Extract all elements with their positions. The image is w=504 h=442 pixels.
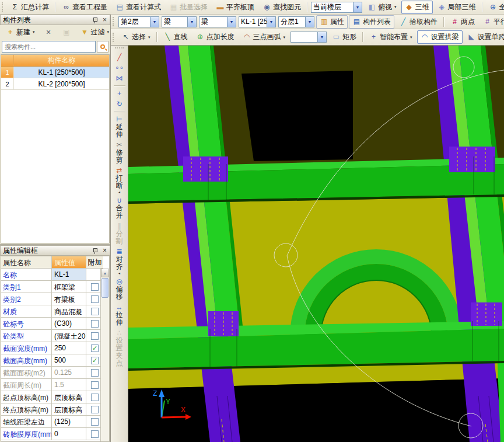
attach-checkbox[interactable] (91, 332, 99, 340)
property-value[interactable]: 框架梁 (52, 281, 86, 293)
category-select-dropdown-icon[interactable]: ▼ (187, 17, 196, 27)
viewport-3d[interactable]: Y Z X (128, 46, 504, 442)
property-value[interactable]: 有梁板 (52, 293, 86, 305)
component-list-button[interactable]: ▤构件列表 (349, 15, 394, 29)
attach-checkbox[interactable]: ✓ (91, 357, 99, 364)
extend-button[interactable]: ⊢延伸 (115, 115, 124, 138)
property-value[interactable]: 1.5 (52, 379, 86, 391)
rectangle-tool-button[interactable]: ▭矩形 (328, 30, 360, 44)
point-plus-length-button[interactable]: ⊕点加长度 (192, 30, 238, 44)
attach-checkbox[interactable] (91, 394, 99, 401)
property-value[interactable]: 层顶标高 (52, 403, 86, 415)
attach-checkbox[interactable] (91, 418, 99, 426)
component-row[interactable]: 1KL-1 [250*500] (1, 67, 109, 78)
offset-button[interactable]: ◎偏移 (115, 277, 124, 301)
property-value[interactable]: 250 (52, 342, 86, 354)
select-tool-button[interactable]: ↖选择▾ (118, 30, 154, 44)
find-element-button[interactable]: ◉查找图元 (259, 1, 304, 14)
move-button[interactable]: + (115, 89, 124, 98)
format-brush-button[interactable]: ╱ (115, 53, 124, 61)
search-input[interactable] (2, 41, 96, 53)
partial-3d-button[interactable]: ◈局部三维 (434, 1, 480, 14)
top-view-button[interactable]: ◧俯视▾ (364, 1, 400, 14)
two-point-button[interactable]: #两点 (447, 15, 478, 29)
rotate-button[interactable]: ↻ (115, 100, 124, 108)
attach-checkbox[interactable] (91, 381, 99, 389)
property-value[interactable]: 0 (52, 428, 86, 440)
type-select-dropdown-icon[interactable]: ▼ (227, 17, 236, 27)
arc-option-select-dropdown-icon[interactable]: ▼ (317, 32, 326, 42)
pin-icon[interactable] (92, 17, 99, 23)
property-name: 截面高度(mm) (1, 354, 52, 366)
attach-checkbox[interactable] (91, 369, 99, 377)
close-icon[interactable]: × (102, 17, 107, 23)
three-point-arc-button[interactable]: ◠三点画弧▾ (239, 30, 289, 44)
current-floor-select-dropdown-icon[interactable]: ▼ (353, 2, 362, 12)
layer-select[interactable]: 分层1▼ (278, 16, 314, 27)
break-button[interactable]: ⇄打断◂ (115, 166, 124, 194)
annotation-tool-button[interactable]: ∘∘ (115, 64, 124, 72)
attributes-button[interactable]: ▥属性 (316, 15, 348, 29)
arc-option-select[interactable]: ▼ (290, 32, 327, 43)
smart-layout-button[interactable]: +智能布置▾ (366, 30, 416, 44)
set-single-span-haunch-button[interactable]: ◣设置单跨加腋 (464, 30, 504, 44)
scrollbar-thumb[interactable] (102, 278, 108, 298)
toolbar-grip[interactable] (113, 33, 115, 42)
property-value[interactable]: KL-1 (52, 269, 86, 280)
property-value[interactable]: 商品混凝 (52, 305, 86, 317)
component-row-name[interactable]: KL-2 [200*500] (14, 78, 109, 89)
parallel-button[interactable]: #平行 (480, 15, 504, 29)
view-3d-button[interactable]: ◆三维 (401, 1, 433, 14)
component-select-dropdown-icon[interactable]: ▼ (267, 17, 275, 27)
property-value[interactable]: (混凝土20 (52, 330, 86, 342)
property-value[interactable]: (C30) (52, 318, 86, 329)
align-button[interactable]: ≣对齐◂ (115, 248, 124, 275)
mirror-button[interactable]: ⋈ (115, 74, 124, 82)
component-select-value: KL-1 [250> (239, 18, 267, 26)
view-formula-button[interactable]: ▤查看计算式 (112, 1, 164, 14)
floor-select[interactable]: 第2层▼ (118, 16, 159, 27)
category-select[interactable]: 梁▼ (162, 16, 197, 27)
align-label: 对齐 (116, 256, 124, 271)
property-value[interactable]: 500 (52, 354, 86, 366)
component-row[interactable]: 2KL-2 [200*500] (1, 78, 109, 90)
summary-calc-button[interactable]: Σ汇总计算 (7, 1, 52, 14)
layer-select-dropdown-icon[interactable]: ▼ (305, 17, 314, 27)
toolbar-grip[interactable] (115, 47, 124, 50)
attach-checkbox[interactable] (91, 320, 99, 328)
property-scrollbar[interactable]: ▲ (100, 269, 109, 441)
property-value[interactable]: 层顶标高 (52, 391, 86, 403)
view-quantity-button[interactable]: ∞查看工程量 (58, 1, 111, 14)
align-slab-top-button[interactable]: ▬平齐板顶 (212, 1, 258, 14)
new-component-button[interactable]: + 新建 ▾ (2, 26, 38, 39)
merge-button[interactable]: ∪合并 (115, 196, 124, 220)
attach-checkbox[interactable]: ✓ (91, 344, 99, 352)
delete-component-button[interactable]: × (41, 27, 57, 38)
trim-button[interactable]: ✂修剪 (115, 141, 124, 164)
attach-checkbox[interactable] (91, 283, 99, 291)
property-value[interactable]: 0.125 (52, 367, 86, 378)
filter-label: 过滤 (91, 27, 105, 37)
toolbar-grip[interactable] (113, 17, 115, 26)
pin-icon[interactable] (92, 248, 99, 254)
attach-checkbox[interactable] (91, 406, 99, 413)
component-select[interactable]: KL-1 [250>▼ (239, 16, 276, 27)
attach-checkbox[interactable] (91, 430, 99, 438)
pick-component-button[interactable]: ╱拾取构件 (396, 15, 441, 29)
attach-checkbox[interactable] (91, 308, 99, 315)
line-tool-button[interactable]: ╲直线 (160, 30, 191, 44)
current-floor-select[interactable]: 当前楼层▼ (311, 2, 362, 13)
search-button[interactable] (97, 41, 108, 53)
close-icon[interactable]: × (102, 248, 107, 253)
toolbar-grip[interactable] (2, 2, 4, 12)
component-row-name[interactable]: KL-1 [250*500] (14, 67, 109, 78)
set-arch-beam-button[interactable]: ◠设置拱梁 (417, 30, 463, 44)
type-select[interactable]: 梁▼ (199, 16, 236, 27)
property-value[interactable]: (125) (52, 416, 86, 427)
stretch-button[interactable]: ↔拉伸 (115, 303, 124, 326)
attach-checkbox[interactable] (91, 295, 99, 303)
floor-select-dropdown-icon[interactable]: ▼ (150, 17, 159, 27)
scroll-up-icon[interactable]: ▲ (101, 269, 109, 277)
filter-button[interactable]: ▼ 过滤 ▾ (77, 26, 113, 39)
full-screen-button[interactable]: ⊕全屏 (485, 1, 504, 14)
